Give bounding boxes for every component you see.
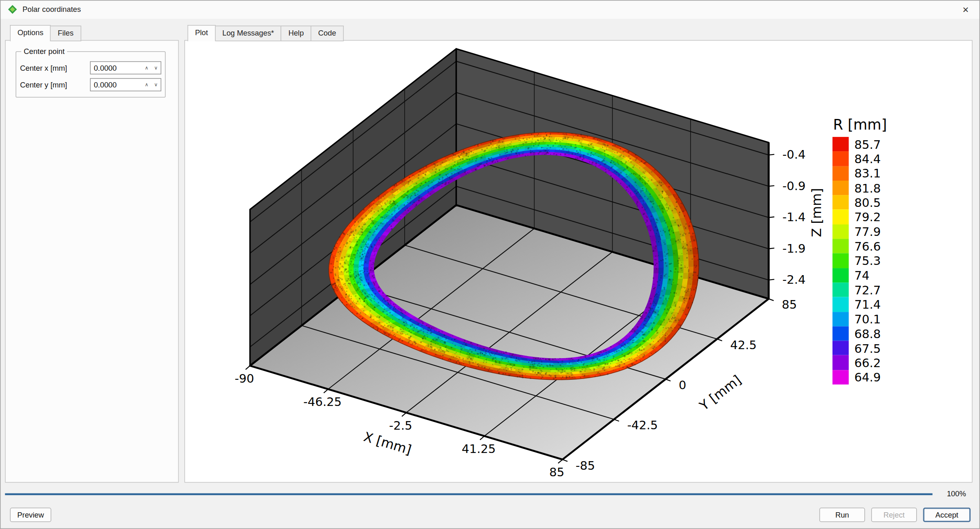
colorbar-row: 81.8	[832, 181, 887, 195]
svg-text:-0.9: -0.9	[783, 179, 806, 193]
center-y-value[interactable]: 0.0000	[91, 81, 142, 89]
colorbar-value: 80.5	[855, 195, 881, 209]
center-x-row: Center x [mm] 0.0000 ∧ ∨	[20, 61, 161, 74]
svg-text:-2.4: -2.4	[783, 273, 806, 287]
colorbar-value: 85.7	[855, 137, 881, 151]
svg-text:-2.5: -2.5	[389, 419, 412, 433]
colorbar-value: 77.9	[855, 225, 881, 239]
colorbar-swatch	[832, 355, 849, 370]
svg-text:42.5: 42.5	[730, 338, 757, 352]
svg-text:-42.5: -42.5	[627, 418, 658, 432]
left-tab-bar: Options Files	[10, 25, 80, 41]
tab-code[interactable]: Code	[311, 26, 344, 41]
colorbar-swatch	[832, 326, 849, 341]
titlebar: Polar coordinates ✕	[0, 0, 980, 19]
colorbar-row: 68.8	[832, 326, 887, 341]
progress-percent: 100%	[947, 489, 966, 498]
colorbar-swatch	[832, 239, 849, 253]
svg-text:-1.9: -1.9	[783, 242, 806, 256]
svg-text:-85: -85	[575, 459, 595, 473]
progress-fill	[5, 493, 932, 495]
center-x-value[interactable]: 0.0000	[91, 63, 142, 72]
colorbar-value: 70.1	[855, 312, 881, 326]
svg-text:0: 0	[679, 378, 686, 392]
colorbar-value: 74	[855, 269, 870, 282]
svg-text:-90: -90	[235, 372, 254, 386]
center-point-legend: Center point	[21, 47, 67, 56]
center-y-spinbox[interactable]: 0.0000 ∧ ∨	[90, 78, 161, 91]
svg-text:-0.4: -0.4	[783, 148, 806, 161]
colorbar-value: 66.2	[855, 356, 881, 370]
colorbar-row: 77.9	[832, 224, 887, 239]
tab-log-messages[interactable]: Log Messages*	[215, 26, 282, 41]
colorbar-value: 72.7	[855, 283, 881, 297]
colorbar-swatch	[832, 210, 849, 224]
preview-button[interactable]: Preview	[10, 508, 51, 522]
svg-text:X [mm]: X [mm]	[362, 429, 413, 458]
svg-text:-1.4: -1.4	[783, 210, 806, 224]
tab-help[interactable]: Help	[281, 26, 311, 41]
colorbar-value: 67.5	[855, 341, 881, 355]
svg-text:Y [mm]: Y [mm]	[696, 372, 744, 414]
tab-files[interactable]: Files	[50, 26, 81, 41]
colorbar-value: 76.6	[855, 239, 881, 253]
svg-text:85: 85	[782, 298, 797, 312]
colorbar-value: 81.8	[855, 181, 881, 195]
run-button[interactable]: Run	[819, 508, 865, 522]
colorbar-title: R [mm]	[833, 116, 887, 132]
svg-text:Z [mm]: Z [mm]	[809, 188, 825, 237]
colorbar-row: 80.5	[832, 195, 887, 210]
app-window: Polar coordinates ✕ Options Files Center…	[0, 0, 980, 529]
colorbar-swatch	[832, 312, 849, 326]
plot-tab-bar: Plot Log Messages* Help Code	[188, 25, 343, 41]
colorbar-body: 85.784.483.181.880.579.277.976.675.37472…	[832, 137, 887, 385]
options-panel: Center point Center x [mm] 0.0000 ∧ ∨ Ce…	[5, 40, 179, 483]
colorbar-swatch	[832, 152, 849, 166]
colorbar-row: 66.2	[832, 355, 887, 370]
colorbar-row: 70.1	[832, 312, 887, 326]
spin-down-icon[interactable]: ∨	[151, 62, 161, 74]
colorbar-swatch	[832, 341, 849, 356]
center-y-row: Center y [mm] 0.0000 ∧ ∨	[20, 78, 161, 91]
center-point-group: Center point Center x [mm] 0.0000 ∧ ∨ Ce…	[16, 47, 166, 98]
colorbar-value: 71.4	[855, 298, 881, 312]
colorbar-swatch	[832, 268, 849, 283]
colorbar-value: 75.3	[855, 254, 881, 268]
colorbar-swatch	[832, 195, 849, 210]
colorbar-row: 64.9	[832, 370, 887, 385]
center-x-label: Center x [mm]	[20, 63, 90, 72]
colorbar: R [mm] 85.784.483.181.880.579.277.976.67…	[832, 116, 887, 384]
app-icon	[7, 4, 17, 14]
accept-button[interactable]: Accept	[923, 508, 971, 522]
colorbar-value: 79.2	[855, 210, 881, 224]
colorbar-row: 71.4	[832, 297, 887, 312]
colorbar-value: 84.4	[855, 152, 881, 166]
colorbar-swatch	[832, 224, 849, 239]
spin-down-icon[interactable]: ∨	[151, 79, 161, 91]
colorbar-row: 83.1	[832, 166, 887, 181]
tab-options[interactable]: Options	[10, 25, 51, 41]
colorbar-row: 84.4	[832, 152, 887, 166]
spin-up-icon[interactable]: ∧	[142, 62, 151, 74]
colorbar-row: 85.7	[832, 137, 887, 152]
colorbar-value: 68.8	[855, 327, 881, 341]
colorbar-row: 76.6	[832, 239, 887, 253]
svg-text:-46.25: -46.25	[303, 395, 342, 409]
colorbar-row: 74	[832, 268, 887, 283]
colorbar-swatch	[832, 370, 849, 385]
colorbar-swatch	[832, 137, 849, 152]
svg-text:41.25: 41.25	[462, 442, 496, 456]
window-title: Polar coordinates	[22, 5, 81, 13]
close-button[interactable]: ✕	[951, 0, 980, 19]
progress-bar	[5, 493, 932, 495]
center-x-spinbox[interactable]: 0.0000 ∧ ∨	[90, 61, 161, 74]
tab-plot[interactable]: Plot	[188, 25, 215, 41]
colorbar-row: 67.5	[832, 341, 887, 356]
colorbar-row: 72.7	[832, 282, 887, 297]
reject-button[interactable]: Reject	[871, 508, 917, 522]
colorbar-swatch	[832, 297, 849, 312]
colorbar-value: 64.9	[855, 370, 881, 384]
center-y-label: Center y [mm]	[20, 81, 90, 89]
colorbar-swatch	[832, 282, 849, 297]
spin-up-icon[interactable]: ∧	[142, 79, 151, 91]
